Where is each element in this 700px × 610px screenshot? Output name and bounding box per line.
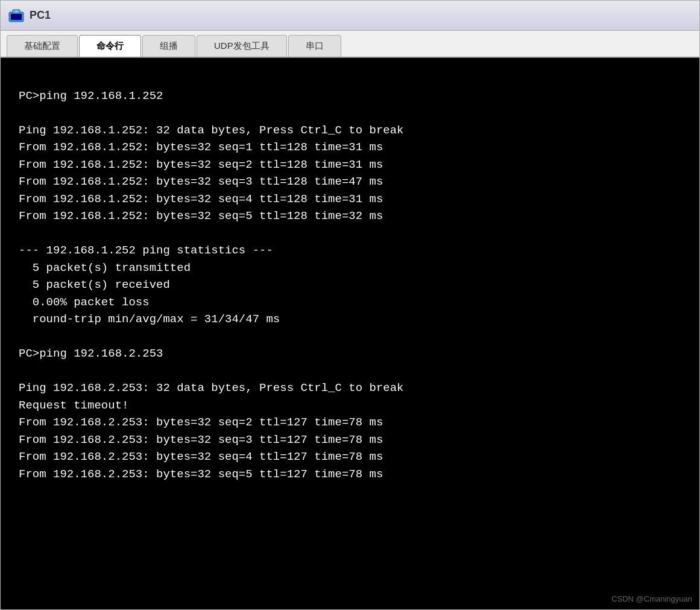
- window-title: PC1: [30, 9, 51, 22]
- terminal-line: Request timeout!: [19, 397, 681, 415]
- terminal-line: From 192.168.2.253: bytes=32 seq=2 ttl=1…: [19, 414, 681, 431]
- terminal-line: PC>ping 192.168.1.252: [19, 87, 681, 105]
- terminal-line: [19, 225, 681, 243]
- terminal-line: From 192.168.1.252: bytes=32 seq=3 ttl=1…: [19, 173, 681, 191]
- terminal-line: Ping 192.168.2.253: 32 data bytes, Press…: [19, 380, 681, 397]
- terminal-line: From 192.168.2.253: bytes=32 seq=5 ttl=1…: [19, 466, 681, 483]
- terminal-line: round-trip min/avg/max = 31/34/47 ms: [19, 311, 681, 328]
- terminal-line: From 192.168.1.252: bytes=32 seq=5 ttl=1…: [19, 208, 681, 225]
- tab-serial[interactable]: 串口: [288, 35, 341, 57]
- main-window: PC1 基础配置 命令行 组播 UDP发包工具 串口 PC>ping 192.1…: [0, 0, 700, 610]
- terminal-line: Ping 192.168.1.252: 32 data bytes, Press…: [19, 122, 681, 139]
- terminal-area[interactable]: PC>ping 192.168.1.252 Ping 192.168.1.252…: [1, 58, 699, 609]
- terminal-line: From 192.168.2.253: bytes=32 seq=4 ttl=1…: [19, 448, 681, 466]
- terminal-line: [19, 104, 681, 122]
- terminal-line: --- 192.168.1.252 ping statistics ---: [19, 242, 681, 259]
- terminal-line: From 192.168.2.253: bytes=32 seq=3 ttl=1…: [19, 431, 681, 449]
- tab-command-line[interactable]: 命令行: [79, 35, 141, 57]
- tab-basic-config[interactable]: 基础配置: [7, 35, 78, 57]
- terminal-line: 0.00% packet loss: [19, 294, 681, 311]
- terminal-line: PC>ping 192.168.2.253: [19, 345, 681, 363]
- terminal-line: [19, 328, 681, 346]
- tab-bar: 基础配置 命令行 组播 UDP发包工具 串口: [1, 31, 699, 58]
- tab-multicast[interactable]: 组播: [142, 35, 195, 57]
- watermark: CSDN @Cmaningyuan: [611, 593, 692, 605]
- terminal-line: [19, 363, 681, 380]
- terminal-line: From 192.168.1.252: bytes=32 seq=2 ttl=1…: [19, 156, 681, 174]
- svg-rect-1: [11, 14, 22, 20]
- window-icon: [8, 7, 25, 24]
- tab-udp-tool[interactable]: UDP发包工具: [197, 35, 287, 57]
- terminal-line: [19, 70, 681, 87]
- terminal-line: 5 packet(s) received: [19, 276, 681, 294]
- title-bar: PC1: [1, 1, 699, 31]
- svg-point-3: [15, 10, 17, 13]
- terminal-line: 5 packet(s) transmitted: [19, 259, 681, 277]
- terminal-line: From 192.168.1.252: bytes=32 seq=1 ttl=1…: [19, 139, 681, 156]
- terminal-line: From 192.168.1.252: bytes=32 seq=4 ttl=1…: [19, 191, 681, 208]
